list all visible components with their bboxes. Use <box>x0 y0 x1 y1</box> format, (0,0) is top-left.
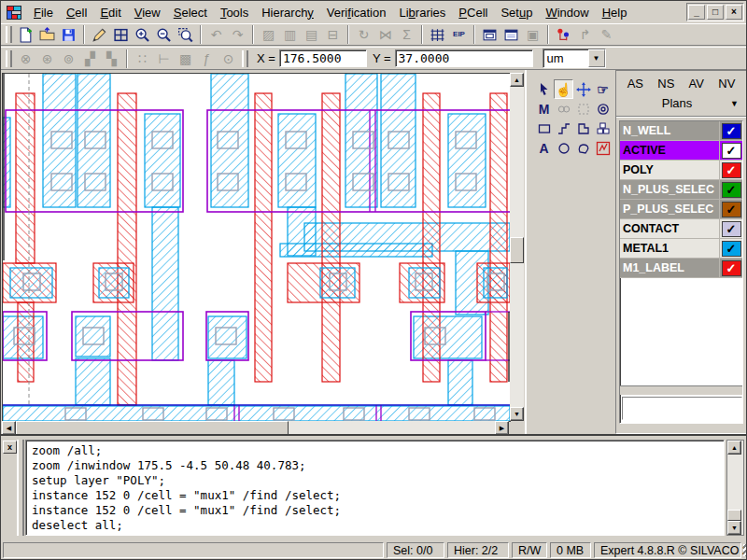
save-file-button[interactable] <box>58 25 79 45</box>
resize-grip[interactable] <box>743 544 746 556</box>
window-cascade-button[interactable] <box>500 25 522 45</box>
toolbar-grip[interactable] <box>6 26 12 43</box>
layer-row-n_well[interactable]: N_WELL✓ <box>620 121 742 141</box>
restore-button[interactable]: □ <box>707 5 724 20</box>
menu-select[interactable]: Select <box>167 4 214 21</box>
unit-combobox[interactable]: um▼ <box>543 49 606 68</box>
window-layout-button[interactable] <box>479 25 500 45</box>
layer-filter-box[interactable] <box>622 397 742 420</box>
layer-row-metal1[interactable]: METAL1✓ <box>620 239 742 259</box>
layer-row-poly[interactable]: POLY✓ <box>620 161 742 180</box>
pan-tool[interactable] <box>573 79 593 99</box>
layer-visibility-checkbox[interactable]: ✓ <box>722 182 741 198</box>
layer-name: N_WELL <box>620 121 719 140</box>
toolbar-grip[interactable] <box>6 50 12 67</box>
ruler-tool[interactable] <box>593 138 613 158</box>
scroll-up-button[interactable]: ▲ <box>510 73 524 87</box>
menu-pcell[interactable]: PCell <box>452 4 494 21</box>
ring-tool[interactable] <box>593 99 613 119</box>
toolbar-grip[interactable] <box>242 50 248 67</box>
console-scroll-thumb[interactable] <box>727 510 741 521</box>
mode-tab-ns[interactable]: NS <box>657 77 674 91</box>
close-button[interactable]: × <box>726 5 742 20</box>
edit-in-place-button[interactable]: EIP <box>448 25 470 45</box>
menu-hierarchy[interactable]: Hierarchy <box>255 4 320 21</box>
menu-cell[interactable]: Cell <box>60 4 93 21</box>
y-coordinate-input[interactable] <box>395 49 533 67</box>
zoom-out-button[interactable] <box>153 25 175 45</box>
cut-region-tool[interactable] <box>573 99 593 119</box>
fit-window-button[interactable] <box>110 25 132 45</box>
layer-row-active[interactable]: ACTIVE✓ <box>620 141 742 161</box>
mode-tab-av[interactable]: AV <box>689 77 704 91</box>
layer-visibility-checkbox[interactable]: ✓ <box>722 162 741 178</box>
menu-tools[interactable]: Tools <box>214 4 255 21</box>
console-scroll-up[interactable]: ▲ <box>727 441 741 455</box>
draw-tool[interactable] <box>89 25 110 45</box>
text-tool[interactable]: A <box>534 138 554 158</box>
layer-row-p_plus_selec[interactable]: P_PLUS_SELEC✓ <box>620 200 742 219</box>
open-file-button[interactable] <box>36 25 58 45</box>
layout-canvas[interactable] <box>2 73 511 422</box>
console-scrollbar[interactable]: ▲ ▼ <box>726 440 744 536</box>
scroll-right-button[interactable]: ▶ <box>495 421 509 435</box>
menu-verification[interactable]: Verification <box>320 4 393 21</box>
layer-visibility-checkbox[interactable]: ✓ <box>722 143 741 159</box>
layer-row-contact[interactable]: CONTACT✓ <box>620 219 742 239</box>
array-box-tool[interactable] <box>593 119 613 138</box>
chevron-down-icon[interactable]: ▼ <box>588 49 605 67</box>
layer-row-n_plus_selec[interactable]: N_PLUS_SELEC✓ <box>620 180 742 200</box>
menu-setup[interactable]: Setup <box>494 4 539 21</box>
menu-file[interactable]: File <box>27 4 60 21</box>
layer-visibility-checkbox[interactable]: ✓ <box>722 241 741 257</box>
horizontal-scroll-thumb[interactable] <box>16 421 289 435</box>
blob-tool[interactable] <box>573 138 593 158</box>
chevron-down-icon[interactable]: ▼ <box>730 99 739 108</box>
wire-tool[interactable] <box>554 119 573 138</box>
console-grip[interactable] <box>17 440 24 536</box>
layer-visibility-checkbox[interactable]: ✓ <box>722 260 741 276</box>
sketch-button: ✎ <box>596 25 617 45</box>
vertical-scroll-thumb[interactable] <box>510 237 524 263</box>
pick-tool[interactable]: ☝ <box>554 79 573 99</box>
plans-combobox[interactable]: Plans ▼ <box>616 94 746 117</box>
grid-toggle-button[interactable] <box>427 25 448 45</box>
zoom-window-button[interactable] <box>175 25 196 45</box>
net-probe-button[interactable] <box>553 25 574 45</box>
select-tool[interactable] <box>534 79 554 99</box>
menu-edit[interactable]: Edit <box>93 4 127 21</box>
console-scroll-down[interactable]: ▼ <box>727 521 741 535</box>
menu-help[interactable]: Help <box>596 4 634 21</box>
zoom-in-button[interactable] <box>132 25 153 45</box>
measure-tool[interactable]: M <box>534 99 554 119</box>
mode-tab-nv[interactable]: NV <box>718 77 735 91</box>
x-coordinate-input[interactable] <box>279 49 367 67</box>
circle-tool[interactable] <box>554 138 573 158</box>
menu-window[interactable]: Window <box>539 4 595 21</box>
box-tool[interactable] <box>534 119 554 138</box>
canvas-vertical-scrollbar[interactable]: ▲ ▼ <box>510 73 524 421</box>
new-file-button[interactable] <box>15 25 36 45</box>
layer-row-m1_label[interactable]: M1_LABEL✓ <box>620 259 742 278</box>
layer-list: N_WELL✓ACTIVE✓POLY✓N_PLUS_SELEC✓P_PLUS_S… <box>619 120 743 424</box>
probe-tool: ⊙ <box>218 49 239 68</box>
point-probe-tool[interactable]: ☞ <box>593 79 613 99</box>
layer-visibility-checkbox[interactable]: ✓ <box>722 123 741 139</box>
polygon-tool[interactable] <box>573 119 593 138</box>
scroll-down-button[interactable]: ▼ <box>510 407 524 421</box>
layer-visibility-checkbox[interactable]: ✓ <box>722 221 741 237</box>
scroll-left-button[interactable]: ◀ <box>2 421 16 435</box>
menu-view[interactable]: View <box>128 4 167 21</box>
mode-tab-as[interactable]: AS <box>627 77 643 91</box>
console-text[interactable]: zoom /all;zoom /inwindow 175.5 -4.5 50.4… <box>25 440 725 536</box>
minimize-button[interactable]: _ <box>688 5 705 20</box>
console-close-button[interactable]: x <box>3 441 17 454</box>
edit-toolbar: ⊗⊛⊚▞▚∷⊢▩ƒ⊙X =Y =um▼ <box>1 47 746 70</box>
canvas-horizontal-scrollbar[interactable]: ◀ ▶ <box>2 421 509 435</box>
layer-list-scrollbar[interactable] <box>620 385 742 395</box>
window-close-button: ▣ <box>522 25 543 45</box>
group-select-tool[interactable] <box>554 99 573 119</box>
layer-visibility-checkbox[interactable]: ✓ <box>722 202 741 217</box>
region-fill-button: ▨ <box>258 25 279 45</box>
menu-libraries[interactable]: Libraries <box>392 4 452 21</box>
